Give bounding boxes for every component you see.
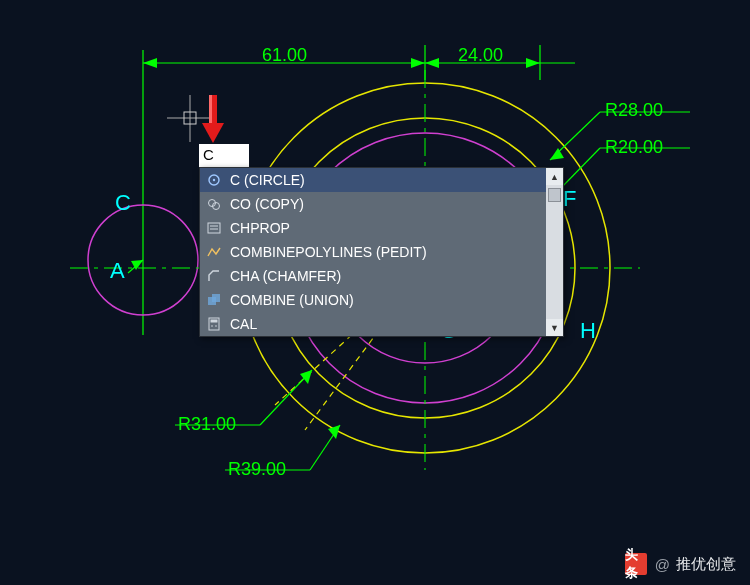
command-input[interactable]: C [199, 144, 249, 167]
circle-icon [206, 172, 222, 188]
svg-marker-22 [550, 148, 564, 160]
scroll-up-icon[interactable]: ▲ [546, 168, 563, 185]
properties-icon [206, 220, 222, 236]
point-c: C [115, 190, 131, 216]
point-a: A [110, 258, 125, 284]
credit-footer: 头条 @ 推优创意 [625, 553, 736, 575]
svg-marker-39 [202, 123, 224, 143]
ac-label: CHA (CHAMFER) [230, 268, 341, 284]
ac-item-combine[interactable]: COMBINE (UNION) [200, 288, 563, 312]
svg-marker-30 [300, 370, 312, 384]
calculator-icon [206, 316, 222, 332]
svg-rect-40 [209, 95, 212, 123]
svg-marker-9 [425, 58, 439, 68]
svg-point-53 [215, 325, 217, 327]
ac-label: COMBINEPOLYLINES (PEDIT) [230, 244, 427, 260]
chamfer-icon [206, 268, 222, 284]
ac-item-copy[interactable]: CO (COPY) [200, 192, 563, 216]
credit-name: 推优创意 [676, 555, 736, 574]
svg-marker-10 [526, 58, 540, 68]
scroll-thumb[interactable] [548, 188, 561, 202]
ac-label: CHPROP [230, 220, 290, 236]
ac-label: C (CIRCLE) [230, 172, 305, 188]
union-icon [206, 292, 222, 308]
copy-icon [206, 196, 222, 212]
svg-point-52 [211, 325, 213, 327]
polyline-icon [206, 244, 222, 260]
cad-canvas[interactable]: 61.00 24.00 R28.00 R20.00 R31.00 R39.00 … [0, 0, 750, 585]
svg-rect-49 [212, 294, 220, 302]
radius-31: R31.00 [178, 414, 236, 435]
ac-label: CO (COPY) [230, 196, 304, 212]
autocomplete-scrollbar[interactable]: ▲ ▼ [546, 168, 563, 336]
ac-item-cal[interactable]: CAL [200, 312, 563, 336]
svg-marker-5 [143, 58, 157, 68]
ac-label: CAL [230, 316, 257, 332]
ac-item-circle[interactable]: C (CIRCLE) [200, 168, 563, 192]
credit-at: @ [655, 556, 670, 573]
ac-item-chamfer[interactable]: CHA (CHAMFER) [200, 264, 563, 288]
radius-28: R28.00 [605, 100, 663, 121]
dim-61: 61.00 [262, 45, 307, 66]
scroll-down-icon[interactable]: ▼ [546, 319, 563, 336]
toutiao-logo: 头条 [625, 553, 647, 575]
svg-rect-45 [208, 223, 220, 233]
ac-item-chprop[interactable]: CHPROP [200, 216, 563, 240]
point-h: H [580, 318, 596, 344]
red-arrow-indicator [202, 95, 224, 145]
autocomplete-popup: C (CIRCLE) CO (COPY) CHPROP COMBINEPOLYL… [199, 167, 564, 337]
dim-24: 24.00 [458, 45, 503, 66]
svg-marker-6 [411, 58, 425, 68]
ac-label: COMBINE (UNION) [230, 292, 354, 308]
radius-39: R39.00 [228, 459, 286, 480]
svg-rect-51 [211, 320, 218, 323]
radius-20: R20.00 [605, 137, 663, 158]
ac-item-combinepolylines[interactable]: COMBINEPOLYLINES (PEDIT) [200, 240, 563, 264]
point-f: F [563, 186, 576, 212]
svg-point-42 [213, 179, 215, 181]
